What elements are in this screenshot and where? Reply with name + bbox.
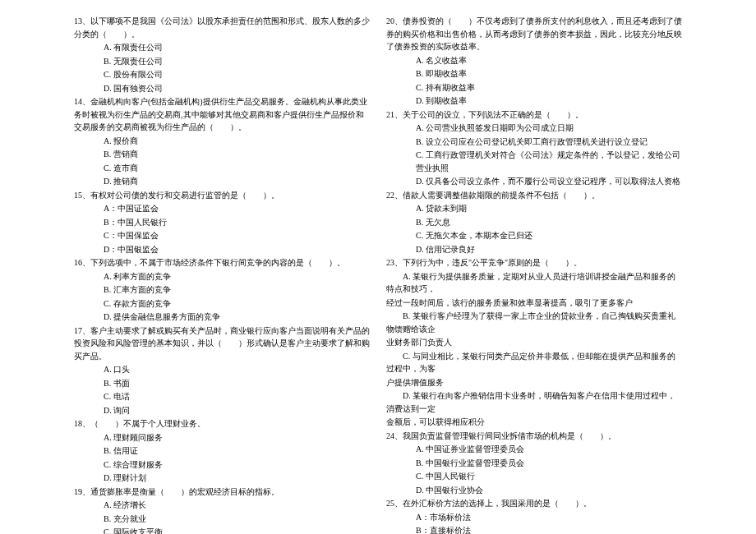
- q14-option-c: C. 造市商: [74, 162, 370, 175]
- q20-option-b: B. 即期收益率: [386, 67, 682, 81]
- q21-stem: 21、关于公司的设立，下列说法不正确的是（ ）。: [386, 108, 682, 122]
- q20-option-d: D. 到期收益率: [386, 94, 682, 108]
- q22-option-a: A. 贷款未到期: [386, 202, 682, 215]
- q16-option-d: D. 提供金融信息服务方面的竞争: [74, 311, 370, 324]
- q18-stem: 18、（ ）不属于个人理财业务。: [74, 417, 370, 430]
- q25-option-b: B：直接标价法: [386, 524, 682, 534]
- q23-stem: 23、下列行为中，违反"公平竞争"原则的是（ ）。: [386, 256, 682, 269]
- q16-option-b: B. 汇率方面的竞争: [74, 283, 370, 297]
- q18-option-c: C. 综合理财服务: [74, 458, 370, 472]
- q23-option-c-line2: 户提供增值服务: [386, 376, 682, 389]
- q23-option-b-line2: 业财务部门负责人: [386, 336, 682, 349]
- q15-option-a: A：中国证监会: [74, 202, 370, 215]
- q22-stem: 22、借款人需要调整借款期限的前提条件不包括（ ）。: [386, 189, 682, 202]
- q23-option-c-line1: C. 与同业相比，某银行同类产品定价并非最低，但却能在提供产品和服务的过程中，为…: [386, 350, 682, 375]
- q25-stem: 25、在外汇标价方法的选择上，我国采用的是（ ）。: [386, 497, 682, 510]
- q20-option-c: C. 持有期收益率: [386, 81, 682, 94]
- q17-option-b: B. 书面: [74, 377, 370, 390]
- q23-option-a-line2: 经过一段时间后，该行的服务质量和效率显著提高，吸引了更多客户: [386, 297, 682, 310]
- q24-option-c: C. 中国人民银行: [386, 470, 682, 483]
- q22-option-c: C. 无拖欠本金，本期本金已归还: [386, 229, 682, 242]
- q16-stem: 16、下列选项中，不属于市场经济条件下银行间竞争的内容的是（ ）。: [74, 256, 370, 269]
- q25-option-a: A：市场标价法: [386, 511, 682, 524]
- q21-option-a: A. 公司营业执照签发日期即为公司成立日期: [386, 122, 682, 135]
- q17-option-d: D. 询问: [74, 404, 370, 417]
- q23-option-a-line1: A. 某银行为提供服务质量，定期对从业人员进行培训讲授金融产品和服务的特点和技巧…: [386, 270, 682, 296]
- q21-option-c: C. 工商行政管理机关对符合《公司法》规定条件的，予以登记，发给公司营业执照: [386, 149, 682, 174]
- q19-option-a: A. 经济增长: [74, 499, 370, 512]
- q22-option-d: D. 信用记录良好: [386, 243, 682, 256]
- q17-option-c: C. 电话: [74, 390, 370, 403]
- q23-option-d-line2: 金额后，可以获得相应积分: [386, 416, 682, 429]
- q20-stem: 20、债券投资的（ ）不仅考虑到了债券所支付的利息收入，而且还考虑到了债券的购买…: [386, 15, 682, 53]
- q16-option-a: A. 利率方面的竞争: [74, 270, 370, 283]
- page-content: 13、以下哪项不是我国《公司法》以股东承担责任的范围和形式、股东人数的多少分类的…: [0, 15, 756, 534]
- q17-option-a: A. 口头: [74, 363, 370, 376]
- q13-option-b: B. 无限责任公司: [74, 55, 370, 68]
- q14-stem: 14、金融机构向客户(包括金融机构)提供衍生产品交易服务。金融机构从事此类业务时…: [74, 95, 370, 134]
- q24-option-a: A. 中国证券业监督管理委员会: [386, 443, 682, 456]
- q18-option-d: D. 理财计划: [74, 472, 370, 485]
- q19-option-b: B. 充分就业: [74, 513, 370, 526]
- q13-option-a: A. 有限责任公司: [74, 41, 370, 54]
- q13-option-d: D. 国有独资公司: [74, 82, 370, 95]
- q16-option-c: C. 存款方面的竞争: [74, 297, 370, 311]
- q24-stem: 24、我国负责监督管理银行间同业拆借市场的机构是（ ）。: [386, 430, 682, 443]
- q20-option-a: A. 名义收益率: [386, 54, 682, 67]
- q24-option-d: D. 中国银行业协会: [386, 484, 682, 497]
- q15-option-b: B：中国人民银行: [74, 216, 370, 229]
- q21-option-b: B. 设立公司应在公司登记机关即工商行政管理机关进行设立登记: [386, 136, 682, 149]
- right-column: 20、债券投资的（ ）不仅考虑到了债券所支付的利息收入，而且还考虑到了债券的购买…: [386, 15, 682, 534]
- q13-stem: 13、以下哪项不是我国《公司法》以股东承担责任的范围和形式、股东人数的多少分类的…: [74, 15, 370, 40]
- q18-option-a: A. 理财顾问服务: [74, 431, 370, 444]
- q13-option-c: C. 股份有限公司: [74, 68, 370, 81]
- q18-option-b: B. 信用证: [74, 444, 370, 458]
- q21-option-d: D. 仅具备公司设立条件，而不履行公司设立登记程序，可以取得法人资格: [386, 175, 682, 188]
- q23-option-d-line1: D. 某银行在向客户推销信用卡业务时，明确告知客户在信用卡使用过程中，消费达到一…: [386, 389, 682, 415]
- q14-option-a: A. 报价商: [74, 135, 370, 148]
- q15-option-c: C：中国保监会: [74, 229, 370, 242]
- q14-option-b: B. 营销商: [74, 148, 370, 161]
- q19-stem: 19、通货膨胀率是衡量（ ）的宏观经济目标的指标。: [74, 486, 370, 499]
- q14-option-d: D. 推销商: [74, 175, 370, 188]
- q24-option-b: B. 中国银行业监督管理委员会: [386, 457, 682, 470]
- q22-option-b: B. 无欠息: [386, 216, 682, 229]
- q17-stem: 17、客户主动要求了解或购买有关产品时，商业银行应向客户当面说明有关产品的投资风…: [74, 325, 370, 363]
- q15-stem: 15、有权对公司债的发行和交易进行监管的是（ ）。: [74, 189, 370, 202]
- q15-option-d: D：中国银监会: [74, 243, 370, 256]
- q23-option-b-line1: B. 某银行客户经理为了获得一家上市企业的贷款业务，自己掏钱购买贵重礼物馈赠给该…: [386, 310, 682, 335]
- q19-option-c: C. 国际收支平衡: [74, 526, 370, 534]
- left-column: 13、以下哪项不是我国《公司法》以股东承担责任的范围和形式、股东人数的多少分类的…: [74, 15, 370, 534]
